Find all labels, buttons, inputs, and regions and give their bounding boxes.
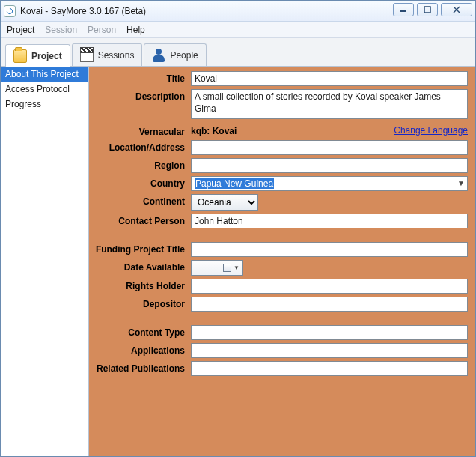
tab-project[interactable]: Project [5, 44, 70, 67]
content-type-input[interactable] [191, 325, 468, 340]
menu-help[interactable]: Help [126, 25, 145, 35]
label-location: Location/Address [94, 140, 191, 153]
label-continent: Continent [94, 194, 191, 207]
label-applications: Applications [94, 343, 191, 356]
calendar-icon [223, 264, 231, 272]
label-description: Description [94, 89, 191, 102]
tab-people[interactable]: People [144, 43, 206, 66]
tab-strip: Project Sessions People [1, 38, 475, 67]
related-input[interactable] [191, 361, 468, 376]
description-input[interactable]: A small collection of stories recorded b… [191, 89, 468, 119]
maximize-button[interactable] [417, 3, 438, 16]
date-picker[interactable]: ▼ [191, 260, 243, 276]
menu-project[interactable]: Project [7, 25, 34, 35]
sidebar: About This Project Access Protocol Progr… [1, 67, 89, 456]
menu-session: Session [45, 25, 77, 35]
tab-sessions-label: Sessions [98, 50, 135, 61]
label-related: Related Publications [94, 361, 191, 374]
sidebar-item-about[interactable]: About This Project [1, 67, 88, 82]
clapperboard-icon [80, 49, 94, 62]
label-vernacular: Vernacular [94, 124, 191, 137]
funding-input[interactable] [191, 242, 468, 257]
region-input[interactable] [191, 158, 468, 173]
folder-icon [13, 49, 27, 63]
svg-rect-1 [424, 7, 430, 13]
label-country: Country [94, 176, 191, 189]
person-icon [152, 49, 165, 62]
window-title: Kovai - SayMore 3.0.167 (Beta) [20, 6, 146, 16]
contact-input[interactable] [191, 214, 468, 228]
label-content-type: Content Type [94, 325, 191, 338]
close-button[interactable] [441, 3, 472, 16]
country-combo[interactable]: Papua New Guinea [191, 176, 468, 191]
label-contact: Contact Person [94, 214, 191, 226]
tab-project-label: Project [31, 51, 62, 61]
label-rights: Rights Holder [94, 279, 191, 291]
depositor-input[interactable] [191, 297, 468, 312]
rights-input[interactable] [191, 279, 468, 294]
tab-people-label: People [170, 50, 198, 61]
menu-person: Person [88, 25, 116, 35]
tab-sessions[interactable]: Sessions [72, 43, 143, 66]
continent-combo[interactable]: Oceania [191, 194, 258, 211]
app-window: Kovai - SayMore 3.0.167 (Beta) Project S… [0, 0, 476, 457]
chevron-down-icon: ▼ [234, 264, 239, 271]
sidebar-item-access[interactable]: Access Protocol [1, 82, 88, 97]
label-region: Region [94, 158, 191, 171]
minimize-button[interactable] [393, 3, 414, 16]
vernacular-value: kqb: Kovai [191, 124, 394, 136]
menu-bar: Project Session Person Help [1, 22, 475, 38]
location-input[interactable] [191, 140, 468, 155]
title-input[interactable] [191, 71, 468, 86]
label-funding: Funding Project Title [94, 242, 191, 255]
applications-input[interactable] [191, 343, 468, 358]
form-panel: Title Description A small collection of … [89, 67, 475, 456]
title-bar: Kovai - SayMore 3.0.167 (Beta) [1, 1, 475, 22]
label-title: Title [94, 71, 191, 84]
label-date: Date Available [94, 260, 191, 273]
app-icon [4, 5, 16, 17]
change-language-link[interactable]: Change Language [394, 125, 468, 136]
label-depositor: Depositor [94, 297, 191, 309]
sidebar-item-progress[interactable]: Progress [1, 97, 88, 112]
